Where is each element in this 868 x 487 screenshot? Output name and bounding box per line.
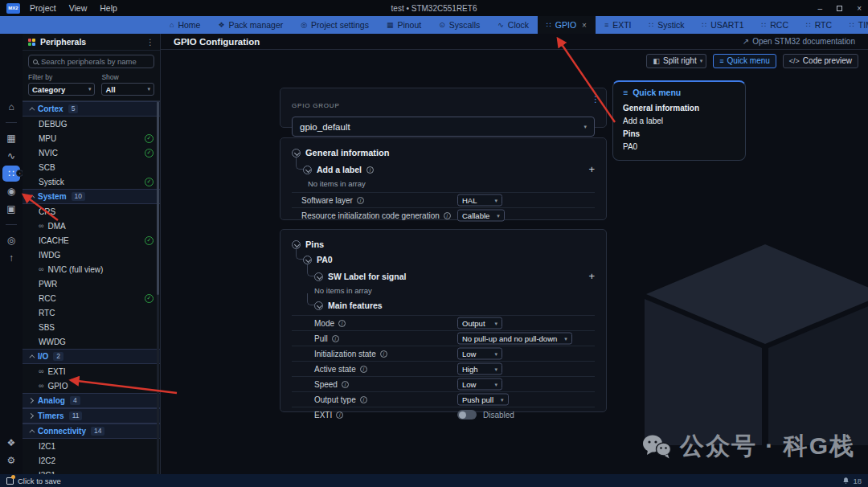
minimize-button[interactable]: – xyxy=(818,4,823,13)
tab-usart1[interactable]: ∷ USART1 xyxy=(694,16,753,34)
select[interactable]: Callable ▾ xyxy=(457,210,505,222)
tab-rcc[interactable]: ∷ RCC xyxy=(753,16,797,34)
info-icon[interactable]: i xyxy=(360,366,367,373)
tab-pinout[interactable]: ▦ Pinout xyxy=(378,16,430,34)
collapse-icon[interactable] xyxy=(303,166,312,174)
info-icon[interactable]: i xyxy=(336,411,343,419)
tab-gpio[interactable]: ∷ GPIO × xyxy=(538,16,596,34)
info-icon[interactable]: i xyxy=(366,166,374,174)
tree-item-gpio[interactable]: ∞ GPIO xyxy=(23,379,160,393)
peripherals-icon[interactable]: ∷ › xyxy=(2,166,20,182)
info-icon[interactable]: i xyxy=(342,381,349,388)
tree-item-rcc[interactable]: RCC ✓ xyxy=(23,291,160,305)
search-input[interactable] xyxy=(41,57,149,66)
clock-icon[interactable]: ∿ xyxy=(2,148,20,164)
select[interactable]: Low ▾ xyxy=(457,348,502,360)
select[interactable]: Output ▾ xyxy=(457,317,502,329)
toggle-switch[interactable] xyxy=(457,410,477,419)
select[interactable]: Low ▾ xyxy=(457,379,502,391)
sw-label-header[interactable]: SW Label for signal + xyxy=(314,270,595,283)
tree-section-cortex[interactable]: Cortex 5 xyxy=(23,101,160,117)
quick-menu-item[interactable]: Pins xyxy=(623,127,735,140)
select[interactable]: No pull-up and no pull-down ▾ xyxy=(457,333,572,345)
tree-item-iwdg[interactable]: IWDG xyxy=(23,248,160,262)
info-icon[interactable]: i xyxy=(332,335,339,342)
menu-item[interactable]: Project xyxy=(30,3,56,13)
tree-section-system[interactable]: System 10 xyxy=(23,189,160,204)
tree-item-debug[interactable]: DEBUG xyxy=(23,117,160,131)
info-icon[interactable]: i xyxy=(444,212,451,219)
gpio-group-select[interactable]: gpio_default ▾ xyxy=(292,117,595,137)
select[interactable]: HAL ▾ xyxy=(457,194,502,207)
pack-manager-icon[interactable]: ❖ xyxy=(2,435,20,451)
tree-section-timers[interactable]: Timers 11 xyxy=(23,408,160,424)
tab-project-settings[interactable]: ◎ Project settings xyxy=(292,16,378,34)
collapse-icon[interactable] xyxy=(314,272,323,281)
quick-menu-item[interactable]: Add a label xyxy=(623,114,735,127)
info-icon[interactable]: i xyxy=(338,320,346,327)
menu-item[interactable]: Help xyxy=(100,3,117,13)
tab-tim1[interactable]: ∷ TIM1 xyxy=(841,16,868,34)
tree-section-io[interactable]: I/O 2 xyxy=(23,349,160,364)
tab-pack-manager[interactable]: ❖ Pack manager xyxy=(209,16,292,34)
notifications-bell-icon[interactable] xyxy=(842,477,850,485)
tab-exti[interactable]: ≡ EXTI xyxy=(596,16,641,34)
tree-item-icache[interactable]: ICACHE ✓ xyxy=(23,233,160,248)
collapse-icon[interactable] xyxy=(292,149,301,158)
tree-item-crs[interactable]: CRS xyxy=(23,204,160,219)
tree-scrollbar[interactable] xyxy=(157,101,159,474)
syscalls-icon[interactable]: ◉ xyxy=(2,183,20,199)
save-icon[interactable] xyxy=(6,477,14,485)
tab-rtc[interactable]: ∷ RTC xyxy=(797,16,841,34)
tree-item-scb[interactable]: SCB xyxy=(23,160,160,174)
tree-item-sbs[interactable]: SBS xyxy=(23,320,160,334)
tree-item-i2c2[interactable]: I2C2 xyxy=(23,453,160,468)
home-icon[interactable]: ⌂ xyxy=(2,99,20,115)
filter-by-select[interactable]: Category ▾ xyxy=(28,83,95,96)
tree-section-connectivity[interactable]: Connectivity 14 xyxy=(23,424,160,439)
info-icon[interactable]: i xyxy=(357,197,364,204)
quick-menu-item[interactable]: General information xyxy=(623,101,735,114)
maximize-button[interactable] xyxy=(837,6,842,11)
tree-item-exti[interactable]: ∞ EXTI xyxy=(23,364,160,379)
kebab-menu-icon[interactable]: ⋮ xyxy=(592,95,600,104)
tree-item-mpu[interactable]: MPU ✓ xyxy=(23,131,160,145)
tree-section-analog[interactable]: Analog 4 xyxy=(23,393,160,408)
info-icon[interactable]: i xyxy=(380,350,387,358)
split-options-button[interactable]: ▾ xyxy=(697,54,707,68)
collapse-icon[interactable] xyxy=(303,256,312,264)
add-item-button[interactable]: + xyxy=(588,166,595,174)
quick-menu-item[interactable]: PA0 xyxy=(623,140,735,153)
pin-pa0-header[interactable]: PA0 xyxy=(303,253,595,266)
select[interactable]: Push pull ▾ xyxy=(457,394,509,406)
menu-item[interactable]: View xyxy=(69,3,88,13)
tree-item-nvic[interactable]: NVIC ✓ xyxy=(23,145,160,160)
tab-clock[interactable]: ∿ Clock xyxy=(489,16,538,34)
tree-item-rtc[interactable]: RTC xyxy=(23,305,160,320)
tree-item-i2c1[interactable]: I2C1 xyxy=(23,439,160,453)
general-information-header[interactable]: General information xyxy=(292,146,595,159)
tree-item-pwr[interactable]: PWR xyxy=(23,276,160,291)
update-icon[interactable]: ↑ xyxy=(2,250,20,266)
tab-syscalls[interactable]: ⊙ Syscalls xyxy=(430,16,489,34)
open-documentation-link[interactable]: ↗ Open STM32 documentation xyxy=(743,37,855,46)
collapse-icon[interactable] xyxy=(314,301,323,310)
tab-close-icon[interactable]: × xyxy=(582,21,587,30)
select[interactable]: High ▾ xyxy=(457,363,502,375)
add-a-label-header[interactable]: Add a label i + xyxy=(303,163,595,176)
tree-item-systick[interactable]: Systick ✓ xyxy=(23,174,160,189)
preferences-gear-icon[interactable]: ⚙ xyxy=(2,452,20,469)
close-button[interactable]: × xyxy=(857,4,862,13)
quick-menu-button[interactable]: ≡ Quick menu xyxy=(713,54,776,68)
info-icon[interactable]: i xyxy=(360,396,367,403)
exti-toggle[interactable]: Disabled xyxy=(457,410,514,419)
pinout-icon[interactable]: ▦ xyxy=(2,130,20,146)
pins-header[interactable]: Pins xyxy=(292,238,595,251)
add-item-button[interactable]: + xyxy=(588,272,595,280)
save-hint[interactable]: Click to save xyxy=(18,477,61,485)
code-preview-button[interactable]: </> Code preview xyxy=(783,54,858,68)
tab-systick[interactable]: ∷ Systick xyxy=(641,16,694,34)
main-features-header[interactable]: Main features xyxy=(314,299,595,312)
tree-item-nvic-full-view[interactable]: ∞ NVIC (full view) xyxy=(23,262,160,276)
tree-item-wwdg[interactable]: WWDG xyxy=(23,334,160,349)
